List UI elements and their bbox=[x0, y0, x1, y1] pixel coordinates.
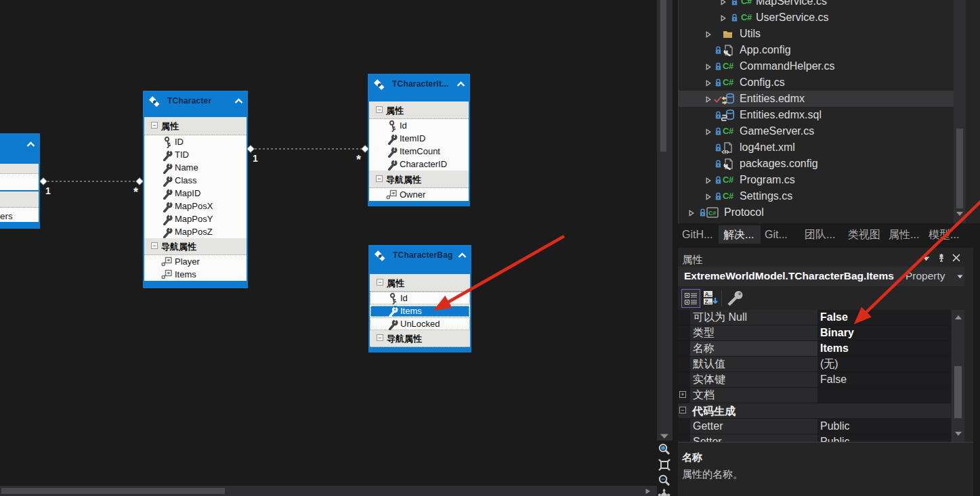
svg-text:A: A bbox=[705, 291, 709, 298]
svg-text:Z: Z bbox=[705, 298, 708, 305]
svg-text:C#: C# bbox=[708, 210, 717, 217]
